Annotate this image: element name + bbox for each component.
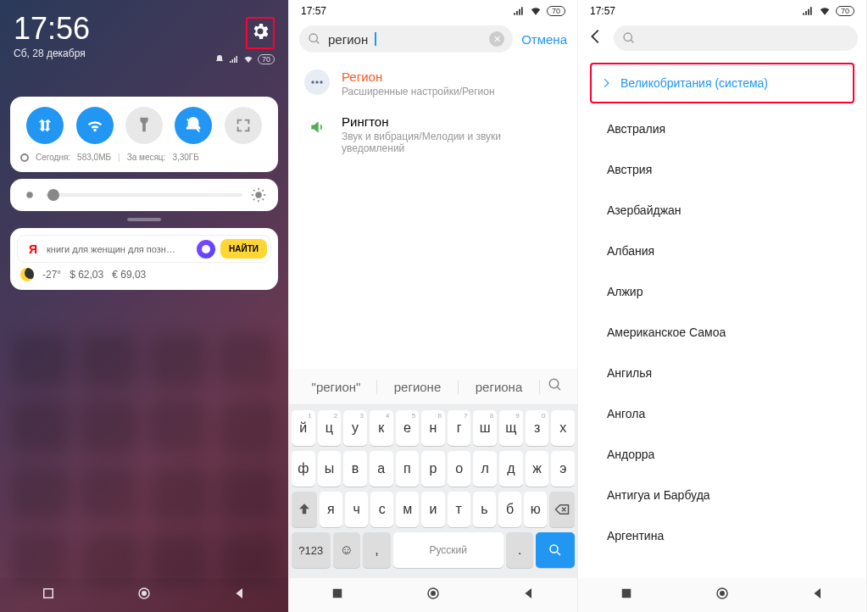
key-ф[interactable]: ф [292, 451, 315, 487]
suggestion-search-icon[interactable] [540, 377, 570, 396]
search-input-pill[interactable]: регион ✕ [299, 25, 513, 53]
weather-finance-row[interactable]: -27° $ 62,03 € 69,03 [17, 263, 271, 283]
cancel-button[interactable]: Отмена [521, 32, 567, 47]
key-л[interactable]: л [473, 451, 497, 487]
key-с[interactable]: с [370, 492, 393, 527]
region-item[interactable]: Австралия [578, 108, 866, 149]
nav-back[interactable] [232, 586, 248, 604]
qs-mobile-data[interactable] [26, 107, 64, 144]
key-к[interactable]: к4 [370, 410, 393, 446]
suggestion-row: "регион" регионе региона [289, 369, 577, 405]
key-р[interactable]: р [421, 451, 445, 487]
battery-pill: 70 [258, 54, 275, 64]
svg-point-5 [309, 34, 317, 42]
period-key[interactable]: . [506, 532, 534, 568]
key-а[interactable]: а [370, 451, 393, 487]
key-ь[interactable]: ь [473, 492, 496, 527]
key-э[interactable]: э [551, 451, 575, 487]
space-key[interactable]: Русский [393, 532, 504, 568]
yandex-widget: Я книги для женщин для позн… НАЙТИ -27° … [10, 228, 278, 290]
region-item[interactable]: Албания [578, 231, 866, 271]
key-о[interactable]: о [448, 451, 471, 487]
qs-mute[interactable] [175, 107, 212, 144]
search-icon [622, 31, 636, 45]
svg-rect-2 [43, 589, 53, 598]
qs-wifi[interactable] [76, 107, 114, 144]
bell-off-icon [214, 54, 225, 64]
region-item[interactable]: Аргентина [578, 515, 866, 556]
key-м[interactable]: м [396, 492, 419, 527]
nav-bar [578, 578, 866, 612]
search-icon [308, 32, 321, 46]
alice-icon[interactable] [197, 240, 215, 259]
key-ш[interactable]: ш8 [473, 410, 497, 446]
region-item[interactable]: Алжир [578, 271, 866, 312]
key-б[interactable]: б [498, 492, 521, 527]
search-key[interactable] [536, 532, 575, 568]
key-я[interactable]: я [320, 492, 342, 527]
brightness-slider[interactable] [10, 179, 278, 211]
nav-home[interactable] [426, 586, 441, 604]
key-з[interactable]: з0 [526, 410, 549, 446]
key-н[interactable]: н6 [421, 410, 445, 446]
status-icons: 70 [214, 54, 275, 64]
svg-point-1 [255, 192, 262, 198]
status-area: 17:56 Сб, 28 декабря [0, 0, 288, 63]
key-у[interactable]: у3 [343, 410, 367, 446]
key-т[interactable]: т [448, 492, 470, 527]
search-result-ringtone[interactable]: Рингтон Звук и вибрация/Мелодии и звуки … [289, 106, 577, 163]
qs-screenshot[interactable] [225, 107, 262, 144]
suggestion-1[interactable]: "регион" [296, 380, 377, 394]
region-item[interactable]: Азербайджан [578, 190, 866, 231]
find-button[interactable]: НАЙТИ [220, 239, 267, 259]
qs-flashlight[interactable] [125, 107, 163, 144]
key-ч[interactable]: ч [345, 492, 368, 527]
nav-back[interactable] [810, 586, 826, 604]
key-в[interactable]: в [343, 451, 367, 487]
gear-icon[interactable] [250, 21, 270, 45]
key-п[interactable]: п [396, 451, 420, 487]
key-ю[interactable]: ю [524, 492, 547, 527]
region-item[interactable]: Андорра [578, 434, 866, 475]
key-д[interactable]: д [499, 451, 523, 487]
key-х[interactable]: х [551, 410, 575, 446]
result-title: Рингтон [342, 114, 562, 129]
comma-key[interactable]: , [363, 532, 391, 568]
nav-back[interactable] [521, 586, 537, 604]
key-ц[interactable]: ц2 [318, 410, 342, 446]
key-й[interactable]: й1 [292, 410, 315, 446]
key-ж[interactable]: ж [526, 451, 549, 487]
clear-icon[interactable]: ✕ [489, 31, 504, 47]
search-result-region[interactable]: Регион Расширенные настройки/Регион [289, 61, 577, 106]
key-г[interactable]: г7 [448, 410, 471, 446]
nav-recent[interactable] [41, 586, 56, 604]
nav-home[interactable] [136, 586, 152, 604]
region-item[interactable]: Ангола [578, 393, 866, 434]
wifi-icon [243, 54, 253, 64]
suggestion-2[interactable]: регионе [377, 380, 459, 394]
back-button[interactable] [587, 27, 605, 49]
key-ы[interactable]: ы [318, 451, 342, 487]
search-input-pill[interactable] [614, 25, 858, 51]
key-е[interactable]: е5 [396, 410, 420, 446]
emoji-key[interactable]: ☺ [333, 532, 361, 568]
region-item[interactable]: Американское Самоа [578, 312, 866, 353]
drag-handle[interactable] [127, 218, 161, 221]
backspace-key[interactable] [549, 492, 575, 527]
nav-recent[interactable] [330, 586, 345, 604]
yandex-search-bar[interactable]: Я книги для женщин для позн… НАЙТИ [17, 235, 271, 263]
region-item[interactable]: Антигуа и Барбуда [578, 475, 866, 515]
region-item[interactable]: Австрия [578, 149, 866, 190]
svg-point-8 [320, 81, 322, 83]
nav-home[interactable] [715, 586, 730, 604]
key-и[interactable]: и [421, 492, 444, 527]
key-щ[interactable]: щ9 [499, 410, 523, 446]
numeric-key[interactable]: ?123 [292, 532, 331, 568]
shift-key[interactable] [292, 492, 317, 527]
blurred-home-apps [0, 322, 288, 570]
selected-region-highlight[interactable]: Великобритания (система) [590, 63, 854, 103]
region-item[interactable]: Ангилья [578, 353, 866, 393]
keyboard-row-3: ячсмитьбю [292, 492, 575, 527]
suggestion-3[interactable]: региона [459, 380, 540, 394]
nav-recent[interactable] [619, 586, 634, 604]
